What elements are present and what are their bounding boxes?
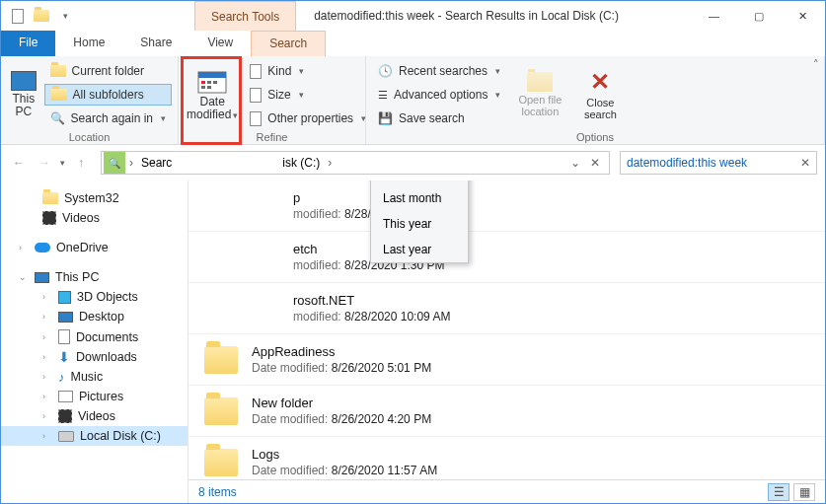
tab-file[interactable]: File bbox=[1, 31, 55, 56]
advanced-options-button[interactable]: ☰ Advanced options▾ bbox=[372, 84, 506, 106]
result-name: Logs bbox=[252, 447, 437, 462]
chevron-right-icon[interactable]: › bbox=[42, 431, 52, 441]
search-value: datemodified:this week bbox=[627, 156, 747, 170]
breadcrumb-seg-2[interactable]: isk (C:) bbox=[276, 156, 326, 170]
save-icon: 💾 bbox=[378, 111, 393, 125]
collapse-ribbon-icon[interactable]: ˄ bbox=[813, 58, 819, 71]
clear-search-icon[interactable]: ✕ bbox=[800, 156, 810, 170]
chevron-right-icon[interactable]: › bbox=[19, 243, 29, 252]
sidebar-item-label: Downloads bbox=[76, 350, 137, 364]
group-label-location: Location bbox=[7, 129, 172, 147]
sidebar-item-pictures[interactable]: ›Pictures bbox=[1, 387, 188, 406]
result-row[interactable]: rosoft.NETmodified: 8/28/2020 10:09 AM bbox=[188, 283, 825, 334]
tab-search[interactable]: Search bbox=[251, 31, 326, 56]
sidebar-item-label: This PC bbox=[55, 270, 99, 284]
breadcrumb-seg-1[interactable]: Searc bbox=[135, 156, 178, 170]
tab-view[interactable]: View bbox=[189, 31, 251, 56]
chevron-down-icon: ▾ bbox=[299, 66, 304, 76]
chevron-right-icon[interactable]: › bbox=[42, 372, 52, 382]
sidebar-item-music[interactable]: ›♪Music bbox=[1, 367, 188, 387]
result-name: New folder bbox=[252, 396, 431, 410]
status-bar: 8 items ☰ ▦ bbox=[188, 479, 825, 503]
sidebar-item-thispc[interactable]: ⌄This PC bbox=[1, 267, 188, 287]
view-large-icons-button[interactable]: ▦ bbox=[793, 483, 815, 501]
up-button[interactable]: ↑ bbox=[71, 153, 91, 173]
size-button[interactable]: Size▾ bbox=[244, 84, 372, 106]
chevron-right-icon[interactable]: › bbox=[42, 392, 52, 401]
chevron-down-icon: ▾ bbox=[233, 110, 238, 120]
date-menu-last-month[interactable]: Last month bbox=[371, 185, 468, 211]
chevron-right-icon[interactable]: › bbox=[42, 352, 52, 362]
qat-new-folder-icon[interactable] bbox=[31, 5, 52, 27]
result-row[interactable]: pmodified: 8/28/2020 2:20 PM bbox=[188, 180, 825, 232]
view-details-button[interactable]: ☰ bbox=[768, 483, 789, 501]
cloud-icon bbox=[35, 243, 50, 252]
sidebar-item-downloads[interactable]: ›⬇Downloads bbox=[1, 347, 188, 367]
minimize-button[interactable]: — bbox=[692, 1, 736, 31]
navigation-pane[interactable]: System32 Videos ›OneDrive ⌄This PC ›3D O… bbox=[1, 180, 188, 503]
size-icon bbox=[250, 88, 262, 103]
this-pc-button[interactable]: This PC bbox=[7, 60, 40, 129]
result-row[interactable]: New folderDate modified: 8/26/2020 4:20 … bbox=[188, 386, 825, 437]
recent-searches-button[interactable]: 🕓 Recent searches▾ bbox=[372, 60, 506, 82]
sidebar-item-videos[interactable]: ›Videos bbox=[1, 406, 188, 426]
list-icon: ☰ bbox=[378, 89, 388, 102]
maximize-button[interactable]: ▢ bbox=[736, 1, 781, 31]
save-search-button[interactable]: 💾 Save search bbox=[372, 108, 506, 129]
chevron-down-icon[interactable]: ⌄ bbox=[19, 272, 29, 282]
svg-rect-1 bbox=[198, 72, 226, 78]
breadcrumb[interactable]: 🔍 › Searc isk (C:) › ⌄ ✕ bbox=[101, 151, 610, 175]
chevron-right-icon[interactable]: › bbox=[42, 332, 52, 342]
sidebar-item-label: OneDrive bbox=[56, 241, 109, 254]
close-search-button[interactable]: ✕ Close search bbox=[573, 60, 627, 129]
date-menu-last-year[interactable]: Last year bbox=[371, 237, 468, 262]
date-menu-this-year[interactable]: This year bbox=[371, 211, 468, 237]
kind-button[interactable]: Kind▾ bbox=[244, 60, 372, 82]
sidebar-item-documents[interactable]: ›Documents bbox=[1, 326, 188, 347]
folder-icon bbox=[204, 346, 238, 374]
svg-rect-3 bbox=[207, 81, 211, 84]
ribbon-tabs: File Home Share View Search bbox=[1, 31, 825, 56]
result-row[interactable]: etchmodified: 8/28/2020 1:30 PM bbox=[188, 232, 825, 283]
qat-properties-icon[interactable] bbox=[7, 5, 29, 27]
chevron-right-icon[interactable]: › bbox=[42, 292, 52, 302]
sidebar-item-system32[interactable]: System32 bbox=[1, 188, 188, 208]
chevron-right-icon[interactable]: › bbox=[42, 312, 52, 322]
sidebar-item-onedrive[interactable]: ›OneDrive bbox=[1, 238, 188, 257]
sidebar-item-desktop[interactable]: ›Desktop bbox=[1, 307, 188, 326]
recent-searches-label: Recent searches bbox=[399, 64, 488, 78]
folder-icon bbox=[50, 65, 66, 77]
sidebar-item-localdisk[interactable]: ›Local Disk (C:) bbox=[1, 426, 188, 446]
history-dropdown-icon[interactable]: ▾ bbox=[60, 158, 65, 168]
search-icon: 🔍 bbox=[50, 111, 65, 125]
tab-share[interactable]: Share bbox=[122, 31, 189, 56]
forward-button[interactable]: → bbox=[35, 153, 54, 173]
sidebar-item-3dobjects[interactable]: ›3D Objects bbox=[1, 287, 188, 307]
sidebar-item-videos-quick[interactable]: Videos bbox=[1, 208, 188, 228]
back-button[interactable]: ← bbox=[9, 153, 29, 173]
result-meta: modified: 8/28/2020 10:09 AM bbox=[293, 310, 450, 324]
desktop-icon bbox=[58, 312, 73, 323]
group-label-options: Options bbox=[372, 129, 818, 147]
sidebar-item-label: Documents bbox=[76, 330, 138, 344]
qat-customize-icon[interactable]: ▾ bbox=[54, 5, 76, 27]
stop-refresh-icon[interactable]: ✕ bbox=[583, 156, 607, 170]
other-properties-button[interactable]: Other properties▾ bbox=[244, 108, 372, 129]
result-row[interactable]: AppReadinessDate modified: 8/26/2020 5:0… bbox=[188, 334, 825, 386]
chevron-right-icon[interactable]: › bbox=[42, 411, 52, 421]
drive-icon bbox=[58, 431, 74, 442]
all-subfolders-button[interactable]: All subfolders bbox=[44, 84, 172, 106]
chevron-right-icon[interactable]: › bbox=[326, 156, 334, 170]
contextual-tab-label: Search Tools bbox=[194, 1, 296, 31]
current-folder-button[interactable]: Current folder bbox=[44, 60, 172, 82]
result-row[interactable]: LogsDate modified: 8/26/2020 11:57 AM bbox=[188, 437, 825, 479]
results-list[interactable]: pmodified: 8/28/2020 2:20 PMetchmodified… bbox=[188, 180, 825, 479]
result-meta: Date modified: 8/26/2020 5:01 PM bbox=[252, 361, 431, 375]
search-input[interactable]: datemodified:this week ✕ bbox=[620, 151, 817, 175]
close-button[interactable]: ✕ bbox=[781, 1, 825, 31]
date-modified-button[interactable]: Date modified▾ bbox=[185, 60, 240, 129]
tab-home[interactable]: Home bbox=[55, 31, 122, 56]
chevron-right-icon[interactable]: › bbox=[127, 156, 135, 170]
open-file-location-label: Open file location bbox=[508, 94, 571, 117]
search-again-button[interactable]: 🔍 Search again in ▾ bbox=[44, 108, 172, 129]
